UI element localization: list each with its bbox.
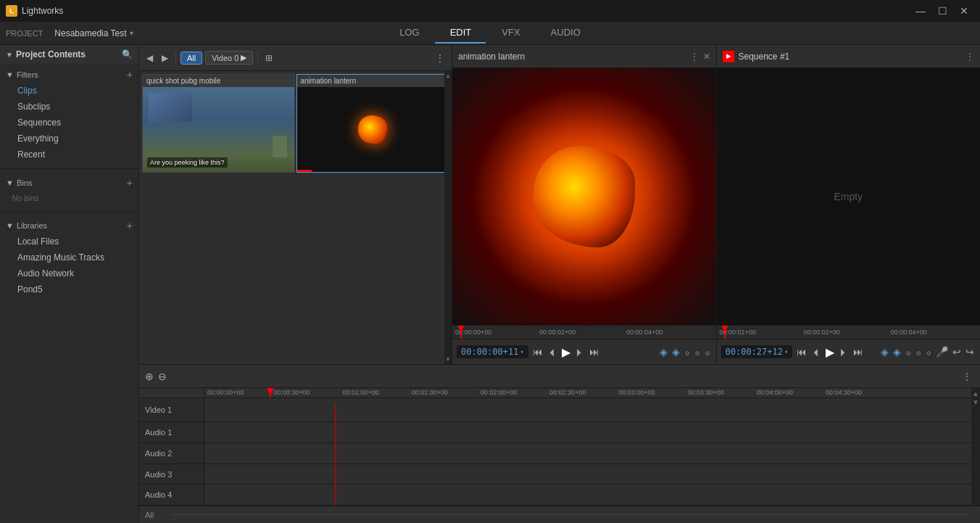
track-scroll-down[interactable]: ▼: [972, 398, 979, 407]
program-goto-start-button[interactable]: ⏮: [795, 345, 808, 359]
tab-edit[interactable]: EDIT: [436, 22, 486, 44]
timeline-right-scrollbar[interactable]: ▲ ▼: [971, 388, 980, 506]
zoom-out-button[interactable]: ⊖: [158, 371, 167, 382]
minimize-button[interactable]: —: [910, 4, 931, 18]
filters-add-button[interactable]: +: [127, 69, 133, 81]
browser-menu-button[interactable]: ⋮: [433, 52, 447, 65]
sidebar-search-button[interactable]: 🔍: [122, 49, 133, 59]
track-label-audio2: Audio 2: [139, 443, 204, 464]
program-mark-in-button[interactable]: ◈: [879, 345, 890, 359]
source-tc-2: 00:00:04+00: [626, 329, 663, 336]
track-row-audio3[interactable]: [204, 464, 971, 485]
zoom-in-button[interactable]: ⊕: [145, 371, 154, 382]
source-add-to-bin-button[interactable]: ⬦: [683, 345, 692, 359]
track-label-audio4: Audio 4: [139, 485, 204, 506]
clip-item-pubg[interactable]: quick shot pubg mobile Are you peeking l…: [142, 74, 295, 173]
program-timecode-display[interactable]: 00:00:27+12 ▾: [721, 345, 793, 358]
source-insert-button[interactable]: ⬦: [693, 345, 702, 359]
source-play-button[interactable]: ▶: [560, 344, 572, 361]
program-lift-button[interactable]: ⬦: [914, 345, 923, 359]
program-redo-button[interactable]: ↪: [964, 345, 976, 359]
source-step-fwd-button[interactable]: ⏵: [573, 345, 586, 359]
libraries-label: ▼ Libraries: [6, 221, 47, 230]
timeline-menu-button[interactable]: ⋮: [960, 370, 974, 383]
bins-add-button[interactable]: +: [127, 177, 133, 189]
preview-panels: animation lantern ⋮ ✕ 00:00:00+00 00:: [452, 45, 980, 364]
project-name-button[interactable]: Nesabamedia Test ▾: [54, 28, 133, 38]
source-timecode-display[interactable]: 00:00:00+11 ▾: [457, 345, 528, 358]
sidebar-item-local-files[interactable]: Local Files: [0, 234, 138, 250]
source-mark-in-button[interactable]: ◈: [658, 345, 669, 359]
track-row-audio4[interactable]: [204, 485, 971, 506]
program-step-fwd-button[interactable]: ⏵: [837, 345, 850, 359]
timeline-bottom: All: [139, 506, 980, 523]
tab-vfx[interactable]: VFX: [487, 22, 534, 44]
track-row-audio2[interactable]: [204, 443, 971, 464]
source-mark-out-button[interactable]: ◈: [670, 345, 681, 359]
track-row-audio1[interactable]: [204, 422, 971, 443]
scroll-up-arrow[interactable]: ▲: [445, 73, 451, 79]
clip-grid: quick shot pubg mobile Are you peeking l…: [139, 71, 452, 364]
grid-view-button[interactable]: ⊞: [262, 52, 275, 65]
clip-grid-scrollbar[interactable]: ▲ ▼: [444, 71, 452, 364]
source-preview-timeline[interactable]: 00:00:00+00 00:00:02+00 00:00:04+00: [452, 325, 716, 339]
program-add-button[interactable]: ⬦: [904, 345, 913, 359]
program-preview-video: Empty: [717, 68, 981, 325]
scroll-down-arrow[interactable]: ▼: [445, 356, 451, 363]
source-menu-button[interactable]: ⋮: [690, 52, 699, 62]
sidebar-item-pond5[interactable]: Pond5: [0, 281, 138, 297]
timeline-ruler[interactable]: 00:00:00+00 00:00:30+00 00:01:00+00 00:0…: [204, 388, 971, 398]
bins-section-header[interactable]: ▼ Bins +: [0, 175, 138, 191]
source-step-back-button[interactable]: ⏴: [546, 345, 559, 359]
flame-ball-graphic: [533, 146, 635, 247]
timeline-all-label[interactable]: All: [145, 511, 154, 519]
program-empty-label: Empty: [834, 191, 863, 202]
sidebar-item-subclips[interactable]: Subclips: [0, 99, 138, 115]
tab-log[interactable]: LOG: [385, 22, 433, 44]
libraries-add-button[interactable]: +: [127, 220, 133, 231]
ruler-tc-3: 00:01:30+00: [412, 389, 448, 396]
libraries-section-header[interactable]: ▼ Libraries +: [0, 218, 138, 234]
close-button[interactable]: ✕: [954, 4, 974, 18]
tab-audio[interactable]: AUDIO: [536, 22, 595, 44]
program-play-button[interactable]: ▶: [824, 344, 836, 361]
sidebar-item-sequences[interactable]: Sequences: [0, 115, 138, 131]
track-label-audio1: Audio 1: [139, 422, 204, 443]
program-extract-button[interactable]: ⬦: [924, 345, 933, 359]
ruler-tc-5: 00:02:30+00: [549, 389, 586, 396]
source-goto-start-button[interactable]: ⏮: [531, 345, 544, 359]
maximize-button[interactable]: ☐: [932, 4, 952, 18]
source-overwrite-button[interactable]: ⬦: [703, 345, 712, 359]
sidebar-item-audio-network[interactable]: Audio Network: [0, 265, 138, 281]
filter-all-button[interactable]: All: [180, 52, 202, 65]
sidebar-item-amazing-music[interactable]: Amazing Music Tracks: [0, 250, 138, 265]
program-step-back-button[interactable]: ⏴: [810, 345, 823, 359]
track-scroll-up[interactable]: ▲: [972, 390, 979, 398]
source-close-button[interactable]: ✕: [703, 52, 710, 62]
lantern-thumb-graphic: [358, 115, 387, 144]
program-overwrite-button[interactable]: ↩: [951, 345, 963, 359]
filter-video-button[interactable]: Video 0 ▶: [205, 51, 253, 65]
sidebar-item-clips[interactable]: Clips: [0, 83, 138, 99]
program-tc-1: 00:00:02+00: [803, 329, 839, 336]
track-row-video1[interactable]: [204, 398, 971, 423]
clip-item-lantern[interactable]: animation lantern: [296, 74, 449, 173]
program-mark-out-button[interactable]: ◈: [892, 345, 902, 359]
nav-fwd-button[interactable]: ▶: [159, 52, 171, 65]
program-mic-button[interactable]: 🎤: [934, 345, 950, 359]
sidebar-item-recent[interactable]: Recent: [0, 147, 138, 162]
sidebar-collapse-toggle[interactable]: ▼: [6, 51, 13, 59]
program-tc-2: 00:00:04+00: [890, 329, 926, 336]
program-menu-button[interactable]: ⋮: [966, 52, 974, 62]
program-goto-end-button[interactable]: ⏭: [852, 345, 865, 359]
sidebar-item-everything[interactable]: Everything: [0, 131, 138, 147]
source-goto-end-button[interactable]: ⏭: [588, 345, 601, 359]
timeline-playhead: [270, 388, 271, 398]
ruler-tc-2: 00:01:00+00: [342, 389, 378, 396]
filters-section-header[interactable]: ▼ Filters +: [0, 67, 138, 83]
track-labels: Video 1 Audio 1 Audio 2 Audio 3 Audio 4: [139, 388, 204, 506]
source-playback-controls: ⏮ ⏴ ▶ ⏵ ⏭: [531, 344, 601, 361]
app-title: Lightworks: [22, 6, 63, 16]
program-preview-timeline[interactable]: 00:00:01+00 00:00:02+00 00:00:04+00: [717, 325, 981, 339]
nav-back-button[interactable]: ◀: [144, 52, 156, 65]
